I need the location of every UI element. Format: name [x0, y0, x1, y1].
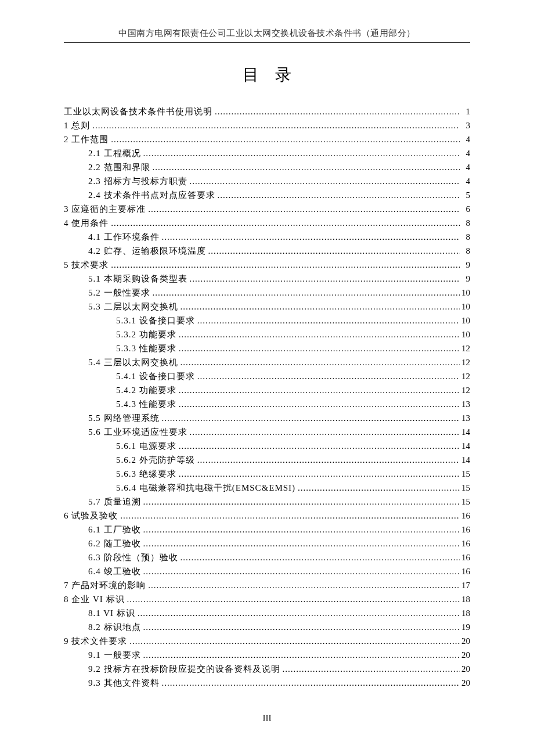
toc-label: 9 技术文件要求	[64, 634, 127, 648]
toc-label: 4 使用条件	[64, 216, 109, 230]
toc-label: 5.5 网络管理系统	[88, 411, 160, 425]
toc-entry[interactable]: 8.1 VI 标识18	[64, 606, 470, 620]
toc-entry[interactable]: 2.2 范围和界限4	[64, 160, 470, 174]
toc-entry[interactable]: 6 试验及验收16	[64, 509, 470, 523]
toc-leader	[178, 355, 460, 369]
toc-entry[interactable]: 3 应遵循的主要标准6	[64, 202, 470, 216]
toc-page-number: 13	[460, 397, 470, 411]
toc-entry[interactable]: 5.3.2 功能要求10	[64, 327, 470, 341]
toc-leader	[141, 146, 460, 160]
toc-entry[interactable]: 5.6.1 电源要求14	[64, 439, 470, 453]
toc-label: 5.4 三层以太网交换机	[88, 355, 178, 369]
toc-page-number: 15	[460, 467, 470, 481]
toc-entry[interactable]: 4.1 工作环境条件8	[64, 230, 470, 244]
toc-entry[interactable]: 4 使用条件8	[64, 216, 470, 230]
toc-label: 8.1 VI 标识	[88, 606, 135, 620]
toc-entry[interactable]: 5.3.3 性能要求12	[64, 341, 470, 355]
toc-page-number: 12	[460, 355, 470, 369]
toc-entry[interactable]: 2.1 工程概况4	[64, 146, 470, 160]
toc-leader	[160, 230, 460, 244]
toc-entry[interactable]: 5.3.1 设备接口要求10	[64, 314, 470, 327]
toc-entry[interactable]: 5.4.1 设备接口要求12	[64, 369, 470, 383]
toc-page-number: 13	[460, 411, 470, 425]
page-container: 中国南方电网有限责任公司工业以太网交换机设备技术条件书（通用部分） 目录 工业以…	[0, 0, 534, 746]
toc-label: 工业以太网设备技术条件书使用说明	[64, 105, 212, 118]
toc-leader	[195, 453, 460, 467]
toc-entry[interactable]: 5.7 质量追溯15	[64, 495, 470, 509]
toc-entry[interactable]: 5.4.2 功能要求12	[64, 383, 470, 397]
toc-entry[interactable]: 5.3 二层以太网交换机10	[64, 300, 470, 314]
toc-entry[interactable]: 7 产品对环境的影响17	[64, 578, 470, 592]
toc-page-number: 14	[460, 453, 470, 467]
toc-page-number: 10	[460, 327, 470, 341]
toc-page-number: 15	[460, 495, 470, 509]
toc-entry[interactable]: 5.6 工业环境适应性要求14	[64, 425, 470, 439]
toc-entry[interactable]: 5.6.2 外壳防护等级14	[64, 453, 470, 467]
toc-leader	[212, 105, 460, 118]
toc-entry[interactable]: 2.3 招标方与投标方职责4	[64, 174, 470, 188]
toc-entry[interactable]: 1 总则3	[64, 118, 470, 132]
toc-label: 5.6.2 外壳防护等级	[116, 453, 195, 467]
toc-entry[interactable]: 5.4.3 性能要求13	[64, 397, 470, 411]
page-number: III	[64, 713, 470, 723]
table-of-contents: 工业以太网设备技术条件书使用说明11 总则32 工作范围42.1 工程概况42.…	[64, 105, 470, 690]
toc-leader	[187, 425, 460, 439]
toc-entry[interactable]: 5 技术要求9	[64, 258, 470, 272]
toc-entry[interactable]: 5.6.4 电磁兼容和抗电磁干扰(EMSC&EMSI)15	[64, 481, 470, 495]
toc-entry[interactable]: 6.1 工厂验收16	[64, 523, 470, 537]
toc-label: 2.1 工程概况	[88, 146, 141, 160]
toc-entry[interactable]: 5.2 一般性要求10	[64, 286, 470, 300]
toc-leader	[109, 132, 460, 146]
toc-label: 9.2 投标方在投标阶段应提交的设备资料及说明	[88, 662, 280, 676]
toc-leader	[206, 244, 460, 258]
toc-entry[interactable]: 5.5 网络管理系统13	[64, 411, 470, 425]
toc-label: 5.7 质量追溯	[88, 495, 141, 509]
toc-leader	[141, 620, 460, 634]
toc-leader	[195, 369, 460, 383]
toc-entry[interactable]: 8.2 标识地点19	[64, 620, 470, 634]
toc-page-number: 8	[460, 244, 470, 258]
toc-leader	[176, 341, 460, 355]
toc-leader	[178, 300, 460, 314]
toc-label: 3 应遵循的主要标准	[64, 202, 146, 216]
toc-page-number: 16	[460, 509, 470, 523]
toc-page-number: 16	[460, 550, 470, 564]
toc-leader	[178, 550, 460, 564]
toc-page-number: 4	[460, 174, 470, 188]
toc-entry[interactable]: 9.1 一般要求20	[64, 648, 470, 662]
toc-entry[interactable]: 2 工作范围4	[64, 132, 470, 146]
toc-label: 6 试验及验收	[64, 509, 118, 523]
toc-leader	[135, 606, 460, 620]
toc-entry[interactable]: 5.6.3 绝缘要求15	[64, 467, 470, 481]
toc-leader	[118, 509, 460, 523]
toc-entry[interactable]: 6.2 随工验收16	[64, 537, 470, 550]
toc-page-number: 20	[460, 676, 470, 690]
toc-entry[interactable]: 2.4 技术条件书点对点应答要求5	[64, 188, 470, 202]
toc-label: 5.3 二层以太网交换机	[88, 300, 178, 314]
toc-leader	[141, 523, 460, 537]
toc-label: 5.3.3 性能要求	[116, 341, 176, 355]
toc-label: 2 工作范围	[64, 132, 109, 146]
toc-entry[interactable]: 工业以太网设备技术条件书使用说明1	[64, 105, 470, 118]
toc-leader	[176, 467, 460, 481]
toc-label: 4.2 贮存、运输极限环境温度	[88, 244, 206, 258]
toc-entry[interactable]: 9 技术文件要求20	[64, 634, 470, 648]
toc-leader	[176, 327, 460, 341]
toc-page-number: 15	[460, 481, 470, 495]
toc-label: 5.3.2 功能要求	[116, 327, 176, 341]
toc-entry[interactable]: 8 企业 VI 标识18	[64, 592, 470, 606]
toc-label: 5.4.3 性能要求	[116, 397, 176, 411]
toc-page-number: 6	[460, 202, 470, 216]
toc-entry[interactable]: 5.4 三层以太网交换机12	[64, 355, 470, 369]
toc-entry[interactable]: 5.1 本期采购设备类型表9	[64, 272, 470, 286]
toc-leader	[160, 411, 460, 425]
toc-entry[interactable]: 6.3 阶段性（预）验收16	[64, 550, 470, 564]
toc-entry[interactable]: 4.2 贮存、运输极限环境温度8	[64, 244, 470, 258]
toc-label: 7 产品对环境的影响	[64, 578, 146, 592]
toc-entry[interactable]: 9.2 投标方在投标阶段应提交的设备资料及说明20	[64, 662, 470, 676]
toc-entry[interactable]: 9.3 其他文件资料20	[64, 676, 470, 690]
toc-entry[interactable]: 6.4 竣工验收16	[64, 564, 470, 578]
toc-label: 6.3 阶段性（预）验收	[88, 550, 178, 564]
toc-label: 5.3.1 设备接口要求	[116, 314, 195, 327]
toc-page-number: 14	[460, 425, 470, 439]
